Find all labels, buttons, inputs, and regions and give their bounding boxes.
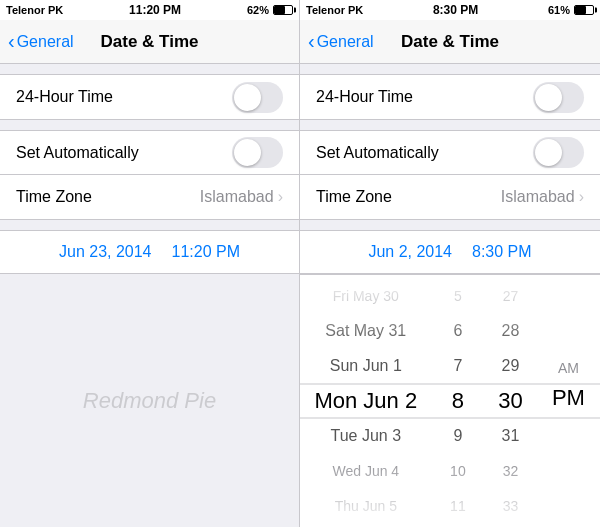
left-watermark-area: Redmond Pie xyxy=(0,274,299,527)
left-24hour-label: 24-Hour Time xyxy=(16,88,232,106)
right-date-text: Jun 2, 2014 xyxy=(368,243,452,261)
right-24hour-knob xyxy=(535,84,562,111)
right-panel: Telenor PK 8:30 PM 61% ‹ General Date & … xyxy=(300,0,600,527)
picker-hour-item: 5 xyxy=(432,279,485,314)
right-battery-pct: 61% xyxy=(548,4,570,16)
left-setauto-knob xyxy=(234,139,261,166)
left-section-2: Set Automatically Time Zone Islamabad › xyxy=(0,130,299,220)
right-nav-bar: ‹ General Date & Time xyxy=(300,20,600,64)
picker-date-column[interactable]: Fri May 30 Sat May 31 Sun Jun 1 Mon Jun … xyxy=(300,275,432,527)
left-time: 11:20 PM xyxy=(129,3,181,17)
picker-hour-item-selected: 8 xyxy=(432,384,485,419)
right-timezone-chevron: › xyxy=(579,188,584,206)
right-picker-container: Fri May 30 Sat May 31 Sun Jun 1 Mon Jun … xyxy=(300,275,600,527)
right-section-2: Set Automatically Time Zone Islamabad › xyxy=(300,130,600,220)
picker-minute-item-selected: 30 xyxy=(484,384,537,419)
picker-date-item-selected: Mon Jun 2 xyxy=(300,384,432,419)
left-24hour-knob xyxy=(234,84,261,111)
right-back-label: General xyxy=(317,33,374,51)
left-signal: Telenor PK xyxy=(6,4,63,16)
left-timezone-value: Islamabad xyxy=(200,188,274,206)
right-picker-panel[interactable]: Fri May 30 Sat May 31 Sun Jun 1 Mon Jun … xyxy=(300,274,600,527)
picker-ampm-item: AM xyxy=(537,275,600,380)
right-timezone-value: Islamabad xyxy=(501,188,575,206)
right-section-1: 24-Hour Time xyxy=(300,74,600,120)
picker-minute-item: 28 xyxy=(484,314,537,349)
right-24hour-label: 24-Hour Time xyxy=(316,88,533,106)
left-date-display[interactable]: Jun 23, 2014 11:20 PM xyxy=(0,230,299,274)
left-time-text: 11:20 PM xyxy=(172,243,240,261)
right-row-timezone[interactable]: Time Zone Islamabad › xyxy=(300,175,600,219)
left-row-setauto[interactable]: Set Automatically xyxy=(0,131,299,175)
left-battery-fill xyxy=(274,6,285,14)
left-status-bar: Telenor PK 11:20 PM 62% xyxy=(0,0,299,20)
right-setauto-label: Set Automatically xyxy=(316,144,533,162)
left-date-text: Jun 23, 2014 xyxy=(59,243,152,261)
right-setauto-knob xyxy=(535,139,562,166)
right-carrier: Telenor PK xyxy=(306,4,363,16)
left-setauto-toggle[interactable] xyxy=(232,137,283,168)
picker-ampm-column[interactable]: AM PM xyxy=(537,275,600,527)
right-row-setauto[interactable]: Set Automatically xyxy=(300,131,600,175)
right-battery-bar xyxy=(574,5,594,15)
picker-date-item: Sun Jun 1 xyxy=(300,349,432,384)
left-watermark: Redmond Pie xyxy=(83,388,216,414)
picker-minute-column[interactable]: 27 28 29 30 31 32 33 xyxy=(484,275,537,527)
picker-minute-item: 33 xyxy=(484,489,537,524)
left-battery-area: 62% xyxy=(247,4,293,16)
left-panel: Telenor PK 11:20 PM 62% ‹ General Date &… xyxy=(0,0,300,527)
right-timezone-label: Time Zone xyxy=(316,188,501,206)
right-back-chevron: ‹ xyxy=(308,31,315,51)
right-battery-area: 61% xyxy=(548,4,594,16)
left-section-1: 24-Hour Time xyxy=(0,74,299,120)
right-battery-fill xyxy=(575,6,586,14)
left-24hour-toggle[interactable] xyxy=(232,82,283,113)
picker-minute-item: 32 xyxy=(484,454,537,489)
right-status-bar: Telenor PK 8:30 PM 61% xyxy=(300,0,600,20)
left-battery-pct: 62% xyxy=(247,4,269,16)
left-timezone-chevron: › xyxy=(278,188,283,206)
picker-hour-item: 7 xyxy=(432,349,485,384)
right-setauto-toggle[interactable] xyxy=(533,137,584,168)
picker-date-item: Fri May 30 xyxy=(300,279,432,314)
left-back-label: General xyxy=(17,33,74,51)
left-back-button[interactable]: ‹ General xyxy=(8,32,74,51)
picker-date-item: Wed Jun 4 xyxy=(300,454,432,489)
left-carrier: Telenor PK xyxy=(6,4,63,16)
right-date-display[interactable]: Jun 2, 2014 8:30 PM xyxy=(300,230,600,274)
left-timezone-label: Time Zone xyxy=(16,188,200,206)
picker-hour-item: 6 xyxy=(432,314,485,349)
left-back-chevron: ‹ xyxy=(8,31,15,51)
picker-hour-item: 10 xyxy=(432,454,485,489)
picker-date-item: Thu Jun 5 xyxy=(300,489,432,524)
right-row-24hour[interactable]: 24-Hour Time xyxy=(300,75,600,119)
picker-hour-column[interactable]: 5 6 7 8 9 10 11 xyxy=(432,275,485,527)
picker-hour-item: 9 xyxy=(432,419,485,454)
left-battery-bar xyxy=(273,5,293,15)
left-setauto-label: Set Automatically xyxy=(16,144,232,162)
picker-hour-item: 11 xyxy=(432,489,485,524)
left-nav-bar: ‹ General Date & Time xyxy=(0,20,299,64)
picker-date-item: Sat May 31 xyxy=(300,314,432,349)
left-nav-title: Date & Time xyxy=(101,32,199,52)
right-back-button[interactable]: ‹ General xyxy=(308,32,374,51)
picker-minute-item: 31 xyxy=(484,419,537,454)
right-time-text: 8:30 PM xyxy=(472,243,532,261)
right-time: 8:30 PM xyxy=(433,3,478,17)
left-row-timezone[interactable]: Time Zone Islamabad › xyxy=(0,175,299,219)
left-row-24hour[interactable]: 24-Hour Time xyxy=(0,75,299,119)
right-24hour-toggle[interactable] xyxy=(533,82,584,113)
picker-minute-item: 29 xyxy=(484,349,537,384)
right-signal: Telenor PK xyxy=(306,4,363,16)
right-nav-title: Date & Time xyxy=(401,32,499,52)
picker-date-item: Tue Jun 3 xyxy=(300,419,432,454)
picker-ampm-item-selected: PM xyxy=(537,380,600,415)
picker-minute-item: 27 xyxy=(484,279,537,314)
